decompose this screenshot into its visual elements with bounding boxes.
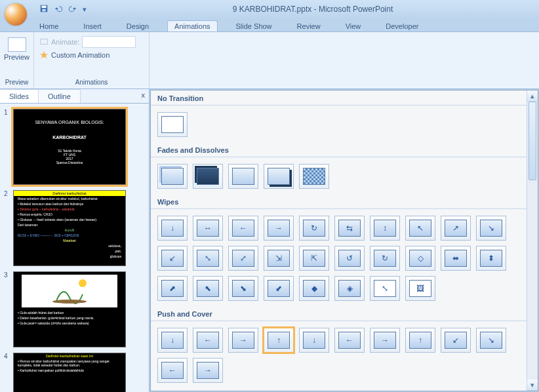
svg-point-5 (79, 279, 87, 287)
transition-wipe-11[interactable]: ⤡ (193, 246, 223, 271)
save-icon[interactable] (39, 4, 49, 14)
svg-rect-3 (41, 39, 48, 45)
gallery-scrollbar[interactable]: ▴ ▾ (527, 90, 538, 391)
transition-fade-4[interactable] (264, 164, 294, 189)
transition-wipe-20[interactable]: ⬈ (157, 276, 188, 301)
slide-thumb-4[interactable]: Definisi karbohidrat saat ini • Rumus st… (13, 353, 126, 392)
custom-animation-label: Custom Animation (51, 51, 110, 59)
group-animations: Animations (38, 77, 145, 86)
transition-wipe-1[interactable]: ↔ (193, 216, 223, 241)
transition-push-9[interactable]: ↘ (476, 328, 506, 353)
transition-push-0[interactable]: ↓ (157, 328, 188, 353)
thumb-number: 3 (4, 271, 10, 347)
pane-tab-outline[interactable]: Outline (39, 89, 81, 103)
transition-wipe-16[interactable]: ↻ (370, 246, 400, 271)
pane-close-button[interactable]: x (138, 89, 150, 103)
section-fades: Fades and Dissolves (151, 142, 527, 155)
transition-wipe-4[interactable]: ↻ (299, 216, 329, 241)
transition-wipe-3[interactable]: → (264, 216, 294, 241)
redo-icon[interactable] (68, 4, 77, 14)
transition-push-10[interactable]: ← (157, 358, 188, 383)
transition-wipe-23[interactable]: ⬋ (264, 276, 294, 301)
scroll-down-icon[interactable]: ▾ (527, 380, 538, 391)
transition-wipe-21[interactable]: ⬉ (193, 276, 223, 301)
slide-image-placeholder (22, 275, 117, 307)
transition-wipe-10[interactable]: ↙ (157, 246, 188, 271)
transition-wipe-9[interactable]: ↘ (476, 216, 506, 241)
svg-point-6 (52, 300, 87, 304)
transition-push-2[interactable]: → (228, 328, 258, 353)
scroll-thumb[interactable] (529, 102, 536, 180)
transition-wipe-24[interactable]: ◆ (299, 276, 329, 301)
transition-fade-1[interactable] (157, 164, 188, 189)
transition-push-4[interactable]: ↓ (299, 328, 329, 353)
preview-label: Preview (4, 53, 30, 61)
transition-push-11[interactable]: → (193, 358, 223, 383)
animate-icon (39, 37, 49, 47)
transition-wipe-15[interactable]: ↺ (334, 246, 365, 271)
animate-label: Animate: (51, 38, 79, 46)
transition-wipe-8[interactable]: ↗ (441, 216, 471, 241)
transition-none[interactable] (157, 112, 188, 137)
thumb-number: 4 (4, 353, 10, 392)
slide-thumb-3[interactable]: • Gula adalah hidrat dari karbon • Dalam… (13, 271, 126, 347)
transition-push-8[interactable]: ↙ (441, 328, 471, 353)
custom-animation-icon (39, 50, 49, 60)
transition-dissolve[interactable] (299, 164, 329, 189)
transition-wipe-7[interactable]: ↖ (405, 216, 435, 241)
group-preview: Preview (4, 77, 30, 86)
transition-wipe-extra-0[interactable]: ⤡ (370, 276, 400, 301)
transition-wipe-12[interactable]: ⤢ (228, 246, 258, 271)
tab-review[interactable]: Review (290, 21, 327, 31)
transition-gallery: No Transition Fades and Dissolves Wipes … (150, 90, 538, 391)
thumb-number: 1 (4, 109, 10, 185)
transition-wipe-14[interactable]: ⇱ (299, 246, 329, 271)
svg-rect-2 (42, 9, 45, 12)
thumb-number: 2 (4, 190, 10, 266)
transition-fade-2[interactable] (193, 164, 223, 189)
section-push: Push and Cover (151, 306, 527, 319)
office-button[interactable] (0, 0, 26, 18)
transition-wipe-18[interactable]: ⬌ (441, 246, 471, 271)
svg-marker-4 (40, 51, 48, 58)
tab-slideshow[interactable]: Slide Show (230, 21, 279, 31)
tab-developer[interactable]: Developer (379, 21, 425, 31)
transition-push-7[interactable]: ↑ (405, 328, 435, 353)
transition-wipe-22[interactable]: ⬊ (228, 276, 258, 301)
tab-view[interactable]: View (339, 21, 368, 31)
transition-push-5[interactable]: ← (334, 328, 365, 353)
transition-push-3[interactable]: ↑ (264, 328, 294, 353)
slide-thumb-2[interactable]: Definisi karbohidrat Masa sebelum ditemu… (13, 190, 126, 266)
transition-wipe-19[interactable]: ⬍ (476, 246, 506, 271)
tab-insert[interactable]: Insert (77, 21, 108, 31)
transition-wipe-0[interactable]: ↓ (157, 216, 188, 241)
slide-thumb-1[interactable]: SENYAWA ORGANIK BIOLOGIS: KARBOHIDRAT S1… (13, 109, 126, 185)
undo-icon[interactable] (54, 4, 63, 14)
transition-wipe-25[interactable]: ◈ (334, 276, 365, 301)
tab-animations[interactable]: Animations (167, 20, 217, 31)
transition-fade-3[interactable] (228, 164, 258, 189)
transition-push-6[interactable]: → (370, 328, 400, 353)
svg-rect-1 (42, 6, 47, 9)
tab-design[interactable]: Design (120, 21, 155, 31)
transition-wipe-2[interactable]: ← (228, 216, 258, 241)
animate-combo[interactable] (82, 36, 136, 48)
section-wipes: Wipes (151, 194, 527, 207)
section-no-transition: No Transition (151, 90, 527, 104)
transition-wipe-17[interactable]: ◇ (405, 246, 435, 271)
animate-row: Animate: (38, 35, 145, 49)
transition-wipe-13[interactable]: ⇲ (264, 246, 294, 271)
transition-push-1[interactable]: ← (193, 328, 223, 353)
transition-wipe-5[interactable]: ⇆ (334, 216, 365, 241)
custom-animation-button[interactable]: Custom Animation (38, 49, 145, 61)
pane-tab-slides[interactable]: Slides (0, 89, 39, 103)
transition-wipe-6[interactable]: ↕ (370, 216, 400, 241)
ribbon-tabs: Home Insert Design Animations Slide Show… (0, 18, 539, 31)
slide-thumbnails: 1 SENYAWA ORGANIK BIOLOGIS: KARBOHIDRAT … (0, 104, 149, 392)
preview-button[interactable]: Preview (4, 35, 30, 64)
tab-home[interactable]: Home (33, 21, 65, 31)
scroll-up-icon[interactable]: ▴ (527, 90, 538, 102)
transition-wipe-extra-1[interactable]: 🖼 (405, 276, 435, 301)
window-title: 9 KARBOHIDRAT.pptx - Microsoft PowerPoin… (87, 5, 539, 14)
